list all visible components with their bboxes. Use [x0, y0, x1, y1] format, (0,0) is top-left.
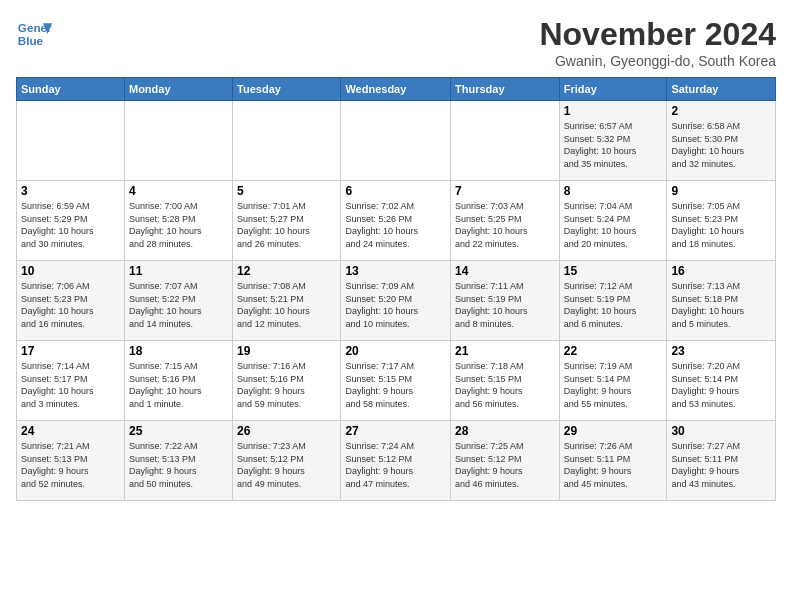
day-number: 25	[129, 424, 228, 438]
day-info: Sunrise: 7:13 AM Sunset: 5:18 PM Dayligh…	[671, 280, 771, 330]
logo: General Blue	[16, 16, 52, 52]
calendar-cell	[17, 101, 125, 181]
calendar-cell	[451, 101, 560, 181]
title-section: November 2024 Gwanin, Gyeonggi-do, South…	[539, 16, 776, 69]
day-number: 23	[671, 344, 771, 358]
day-number: 17	[21, 344, 120, 358]
day-info: Sunrise: 7:05 AM Sunset: 5:23 PM Dayligh…	[671, 200, 771, 250]
calendar-cell: 27Sunrise: 7:24 AM Sunset: 5:12 PM Dayli…	[341, 421, 451, 501]
day-info: Sunrise: 7:27 AM Sunset: 5:11 PM Dayligh…	[671, 440, 771, 490]
calendar-cell: 15Sunrise: 7:12 AM Sunset: 5:19 PM Dayli…	[559, 261, 667, 341]
calendar-cell: 12Sunrise: 7:08 AM Sunset: 5:21 PM Dayli…	[233, 261, 341, 341]
day-info: Sunrise: 7:09 AM Sunset: 5:20 PM Dayligh…	[345, 280, 446, 330]
week-row-1: 1Sunrise: 6:57 AM Sunset: 5:32 PM Daylig…	[17, 101, 776, 181]
day-info: Sunrise: 7:25 AM Sunset: 5:12 PM Dayligh…	[455, 440, 555, 490]
day-number: 7	[455, 184, 555, 198]
day-info: Sunrise: 7:11 AM Sunset: 5:19 PM Dayligh…	[455, 280, 555, 330]
weekday-header-friday: Friday	[559, 78, 667, 101]
calendar-cell: 6Sunrise: 7:02 AM Sunset: 5:26 PM Daylig…	[341, 181, 451, 261]
day-number: 15	[564, 264, 663, 278]
weekday-header-monday: Monday	[124, 78, 232, 101]
calendar-cell: 7Sunrise: 7:03 AM Sunset: 5:25 PM Daylig…	[451, 181, 560, 261]
day-info: Sunrise: 6:59 AM Sunset: 5:29 PM Dayligh…	[21, 200, 120, 250]
calendar-cell: 4Sunrise: 7:00 AM Sunset: 5:28 PM Daylig…	[124, 181, 232, 261]
week-row-3: 10Sunrise: 7:06 AM Sunset: 5:23 PM Dayli…	[17, 261, 776, 341]
calendar-cell: 3Sunrise: 6:59 AM Sunset: 5:29 PM Daylig…	[17, 181, 125, 261]
page-header: General Blue November 2024 Gwanin, Gyeon…	[16, 16, 776, 69]
calendar-cell: 22Sunrise: 7:19 AM Sunset: 5:14 PM Dayli…	[559, 341, 667, 421]
day-number: 29	[564, 424, 663, 438]
calendar-cell: 18Sunrise: 7:15 AM Sunset: 5:16 PM Dayli…	[124, 341, 232, 421]
calendar-cell: 16Sunrise: 7:13 AM Sunset: 5:18 PM Dayli…	[667, 261, 776, 341]
calendar-cell: 13Sunrise: 7:09 AM Sunset: 5:20 PM Dayli…	[341, 261, 451, 341]
day-number: 1	[564, 104, 663, 118]
day-info: Sunrise: 7:00 AM Sunset: 5:28 PM Dayligh…	[129, 200, 228, 250]
week-row-5: 24Sunrise: 7:21 AM Sunset: 5:13 PM Dayli…	[17, 421, 776, 501]
calendar-cell: 28Sunrise: 7:25 AM Sunset: 5:12 PM Dayli…	[451, 421, 560, 501]
day-info: Sunrise: 7:15 AM Sunset: 5:16 PM Dayligh…	[129, 360, 228, 410]
weekday-header-saturday: Saturday	[667, 78, 776, 101]
day-info: Sunrise: 7:16 AM Sunset: 5:16 PM Dayligh…	[237, 360, 336, 410]
calendar-title: November 2024	[539, 16, 776, 53]
day-info: Sunrise: 7:18 AM Sunset: 5:15 PM Dayligh…	[455, 360, 555, 410]
day-info: Sunrise: 7:26 AM Sunset: 5:11 PM Dayligh…	[564, 440, 663, 490]
day-number: 8	[564, 184, 663, 198]
day-number: 6	[345, 184, 446, 198]
day-number: 14	[455, 264, 555, 278]
day-info: Sunrise: 7:24 AM Sunset: 5:12 PM Dayligh…	[345, 440, 446, 490]
day-info: Sunrise: 7:03 AM Sunset: 5:25 PM Dayligh…	[455, 200, 555, 250]
day-number: 10	[21, 264, 120, 278]
calendar-cell	[124, 101, 232, 181]
day-number: 18	[129, 344, 228, 358]
calendar-cell: 26Sunrise: 7:23 AM Sunset: 5:12 PM Dayli…	[233, 421, 341, 501]
day-info: Sunrise: 7:19 AM Sunset: 5:14 PM Dayligh…	[564, 360, 663, 410]
calendar-cell: 20Sunrise: 7:17 AM Sunset: 5:15 PM Dayli…	[341, 341, 451, 421]
calendar-cell: 29Sunrise: 7:26 AM Sunset: 5:11 PM Dayli…	[559, 421, 667, 501]
day-info: Sunrise: 7:14 AM Sunset: 5:17 PM Dayligh…	[21, 360, 120, 410]
calendar-cell: 11Sunrise: 7:07 AM Sunset: 5:22 PM Dayli…	[124, 261, 232, 341]
calendar-cell: 10Sunrise: 7:06 AM Sunset: 5:23 PM Dayli…	[17, 261, 125, 341]
calendar-cell: 24Sunrise: 7:21 AM Sunset: 5:13 PM Dayli…	[17, 421, 125, 501]
calendar-cell: 25Sunrise: 7:22 AM Sunset: 5:13 PM Dayli…	[124, 421, 232, 501]
calendar-cell	[341, 101, 451, 181]
day-info: Sunrise: 7:20 AM Sunset: 5:14 PM Dayligh…	[671, 360, 771, 410]
day-number: 22	[564, 344, 663, 358]
day-number: 5	[237, 184, 336, 198]
day-info: Sunrise: 7:12 AM Sunset: 5:19 PM Dayligh…	[564, 280, 663, 330]
calendar-cell: 17Sunrise: 7:14 AM Sunset: 5:17 PM Dayli…	[17, 341, 125, 421]
day-info: Sunrise: 7:22 AM Sunset: 5:13 PM Dayligh…	[129, 440, 228, 490]
day-number: 13	[345, 264, 446, 278]
day-number: 12	[237, 264, 336, 278]
calendar-cell: 8Sunrise: 7:04 AM Sunset: 5:24 PM Daylig…	[559, 181, 667, 261]
calendar-cell: 30Sunrise: 7:27 AM Sunset: 5:11 PM Dayli…	[667, 421, 776, 501]
calendar-cell: 19Sunrise: 7:16 AM Sunset: 5:16 PM Dayli…	[233, 341, 341, 421]
day-number: 3	[21, 184, 120, 198]
weekday-header-thursday: Thursday	[451, 78, 560, 101]
day-number: 21	[455, 344, 555, 358]
day-number: 27	[345, 424, 446, 438]
weekday-header-wednesday: Wednesday	[341, 78, 451, 101]
day-number: 4	[129, 184, 228, 198]
day-number: 16	[671, 264, 771, 278]
logo-icon: General Blue	[16, 16, 52, 52]
day-number: 9	[671, 184, 771, 198]
day-number: 20	[345, 344, 446, 358]
calendar-table: SundayMondayTuesdayWednesdayThursdayFrid…	[16, 77, 776, 501]
week-row-2: 3Sunrise: 6:59 AM Sunset: 5:29 PM Daylig…	[17, 181, 776, 261]
weekday-header-row: SundayMondayTuesdayWednesdayThursdayFrid…	[17, 78, 776, 101]
day-info: Sunrise: 7:23 AM Sunset: 5:12 PM Dayligh…	[237, 440, 336, 490]
day-info: Sunrise: 7:01 AM Sunset: 5:27 PM Dayligh…	[237, 200, 336, 250]
calendar-cell: 1Sunrise: 6:57 AM Sunset: 5:32 PM Daylig…	[559, 101, 667, 181]
day-info: Sunrise: 7:21 AM Sunset: 5:13 PM Dayligh…	[21, 440, 120, 490]
weekday-header-tuesday: Tuesday	[233, 78, 341, 101]
day-info: Sunrise: 7:04 AM Sunset: 5:24 PM Dayligh…	[564, 200, 663, 250]
day-info: Sunrise: 7:17 AM Sunset: 5:15 PM Dayligh…	[345, 360, 446, 410]
day-info: Sunrise: 7:06 AM Sunset: 5:23 PM Dayligh…	[21, 280, 120, 330]
calendar-subtitle: Gwanin, Gyeonggi-do, South Korea	[539, 53, 776, 69]
day-info: Sunrise: 7:07 AM Sunset: 5:22 PM Dayligh…	[129, 280, 228, 330]
day-info: Sunrise: 7:08 AM Sunset: 5:21 PM Dayligh…	[237, 280, 336, 330]
calendar-cell: 14Sunrise: 7:11 AM Sunset: 5:19 PM Dayli…	[451, 261, 560, 341]
day-info: Sunrise: 6:58 AM Sunset: 5:30 PM Dayligh…	[671, 120, 771, 170]
weekday-header-sunday: Sunday	[17, 78, 125, 101]
day-number: 28	[455, 424, 555, 438]
